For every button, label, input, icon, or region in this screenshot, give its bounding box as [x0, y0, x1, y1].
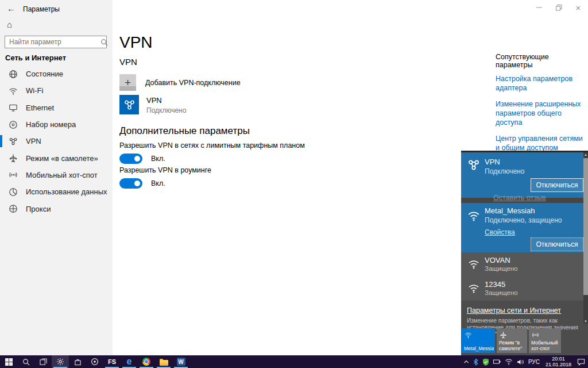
- chrome-button[interactable]: [138, 355, 155, 368]
- flyout-wifi-connected-entry[interactable]: Metal_Messiah Подключено, защищено Свойс…: [461, 203, 588, 252]
- flyout-vpn-name: VPN: [485, 158, 500, 166]
- metered-toggle-block: Разрешить VPN в сетях с лимитным тарифны…: [119, 141, 305, 164]
- quick-action-tiles: Metal_Messiah Режим "в самолете" Мобильн…: [462, 328, 561, 353]
- settings-search[interactable]: [5, 36, 107, 48]
- wifi-network-name: Metal_Messiah: [485, 206, 535, 215]
- faststone-button[interactable]: FS: [103, 355, 121, 368]
- page-title: VPN: [119, 33, 153, 52]
- store-button[interactable]: [69, 355, 86, 368]
- network-center-link[interactable]: Центр управления сетями и общим доступом: [496, 134, 586, 152]
- word-button[interactable]: W: [172, 355, 189, 368]
- metered-toggle[interactable]: [119, 154, 142, 164]
- wifi-icon: [468, 282, 479, 294]
- wifi-properties-link[interactable]: Свойства: [485, 228, 515, 236]
- windows-logo-icon: [5, 358, 13, 366]
- advanced-sharing-link[interactable]: Изменение расширенных параметров общего …: [496, 99, 586, 127]
- airplane-icon: [9, 154, 18, 163]
- adapter-options-link[interactable]: Настройка параметров адаптера: [496, 74, 586, 93]
- edge-icon: e: [127, 356, 132, 367]
- back-icon[interactable]: ←: [7, 3, 16, 13]
- store-bag-icon: [74, 358, 82, 366]
- wifi-disconnect-button[interactable]: Отключиться: [531, 237, 583, 251]
- defender-shield-icon[interactable]: [482, 358, 489, 366]
- flyout-vpn-status: Подключено: [485, 167, 524, 175]
- scroll-up-icon[interactable]: ▲: [583, 152, 588, 157]
- roaming-toggle[interactable]: [119, 178, 142, 189]
- search-input[interactable]: [5, 38, 100, 46]
- close-icon[interactable]: ×: [568, 0, 588, 15]
- sidebar-item-data-usage[interactable]: Использование данных: [0, 183, 113, 200]
- advanced-options-title: Дополнительные параметры: [119, 125, 250, 137]
- add-vpn-button[interactable]: + Добавить VPN-подключение: [119, 74, 241, 91]
- vpn-disconnect-button[interactable]: Отключиться: [531, 178, 583, 192]
- vpn-section-title: VPN: [119, 57, 137, 67]
- proxy-icon: [9, 204, 18, 213]
- ethernet-icon: [9, 103, 18, 112]
- sidebar-item-wifi[interactable]: Wi-Fi: [0, 82, 113, 99]
- folder-icon: [160, 360, 168, 366]
- metered-toggle-state: Вкл.: [151, 155, 165, 163]
- mobile-hotspot-quick-tile[interactable]: Мобильный хот-спот: [529, 328, 561, 353]
- sidebar-item-mobile-hotspot[interactable]: Мобильный хот-спот: [0, 167, 113, 183]
- start-button[interactable]: [0, 355, 17, 368]
- wifi-icon: [468, 258, 479, 270]
- related-settings-title: Сопутствующие параметры: [496, 53, 586, 69]
- network-flyout: VPN Подключено Отключиться Оставить отзы…: [461, 151, 588, 355]
- network-name: VOVAN: [485, 256, 510, 264]
- wifi-tray-icon[interactable]: [505, 359, 513, 365]
- wifi-icon: [465, 331, 472, 339]
- network-status: Защищено: [485, 265, 518, 272]
- network-status: Защищено: [485, 289, 518, 296]
- target-icon: [91, 358, 99, 366]
- volume-icon[interactable]: [517, 359, 524, 365]
- action-center-icon[interactable]: [577, 358, 585, 366]
- wifi-quick-tile[interactable]: Metal_Messiah: [462, 328, 495, 353]
- flyout-network-item[interactable]: VOVAN Защищено: [461, 252, 588, 277]
- scrollbar-thumb[interactable]: [583, 158, 588, 295]
- wifi-icon: [9, 86, 18, 95]
- sidebar-item-airplane-mode[interactable]: Режим «в самолете»: [0, 150, 113, 166]
- network-settings-link[interactable]: Параметры сети и Интернет: [467, 306, 561, 315]
- word-icon: W: [177, 358, 185, 366]
- task-view-button[interactable]: [34, 355, 52, 368]
- vpn-connection-status: Подключено: [146, 106, 186, 114]
- search-icon: [22, 358, 30, 366]
- taskbar-settings-button[interactable]: [52, 355, 69, 368]
- edge-button[interactable]: e: [121, 355, 138, 368]
- flyout-network-item[interactable]: 12345 Защищено: [461, 277, 588, 301]
- taskbar: FS e W: [0, 355, 588, 368]
- chrome-icon: [142, 358, 150, 366]
- flyout-vpn-entry[interactable]: VPN Подключено Отключиться: [461, 152, 588, 198]
- flyout-scrollbar[interactable]: ▲ ▼: [583, 152, 588, 324]
- sidebar-item-ethernet[interactable]: Ethernet: [0, 99, 113, 116]
- sidebar-item-dialup[interactable]: Набор номера: [0, 116, 113, 133]
- settings-sidebar: ← Параметры ⌂ Сеть и Интернет Состояние …: [0, 0, 113, 355]
- sidebar-item-proxy[interactable]: Прокси: [0, 200, 113, 217]
- sidebar-item-vpn[interactable]: VPN: [0, 133, 113, 150]
- system-tray: РУС 20:01 21.01.2018: [463, 355, 588, 368]
- home-icon[interactable]: ⌂: [7, 20, 12, 29]
- battery-icon[interactable]: [493, 359, 501, 365]
- file-explorer-button[interactable]: [155, 355, 172, 368]
- vpn-icon: [9, 137, 18, 146]
- globe-icon: [9, 70, 18, 79]
- network-name: 12345: [485, 280, 505, 289]
- minimize-button[interactable]: [529, 0, 549, 15]
- language-indicator[interactable]: РУС: [528, 359, 540, 365]
- vpn-connection-item[interactable]: VPN Подключено: [119, 95, 186, 114]
- sidebar-item-status[interactable]: Состояние: [0, 66, 113, 82]
- feedback-ghost-link: Оставить отзыв: [493, 194, 546, 202]
- vpn-icon: [467, 159, 480, 171]
- hidden-icons-chevron-icon[interactable]: [463, 359, 469, 364]
- dialup-icon: [9, 120, 18, 129]
- restore-button[interactable]: [549, 0, 568, 15]
- taskbar-search-button[interactable]: [17, 355, 34, 368]
- roaming-toggle-state: Вкл.: [151, 179, 165, 187]
- airplane-mode-quick-tile[interactable]: Режим "в самолете": [497, 328, 527, 353]
- scroll-down-icon[interactable]: ▼: [583, 319, 588, 324]
- clock-time: 20:01: [552, 356, 565, 362]
- search-icon[interactable]: [100, 39, 108, 46]
- taskbar-clock[interactable]: 20:01 21.01.2018: [544, 356, 573, 367]
- target-app-button[interactable]: [86, 355, 103, 368]
- bluetooth-icon[interactable]: [473, 358, 478, 366]
